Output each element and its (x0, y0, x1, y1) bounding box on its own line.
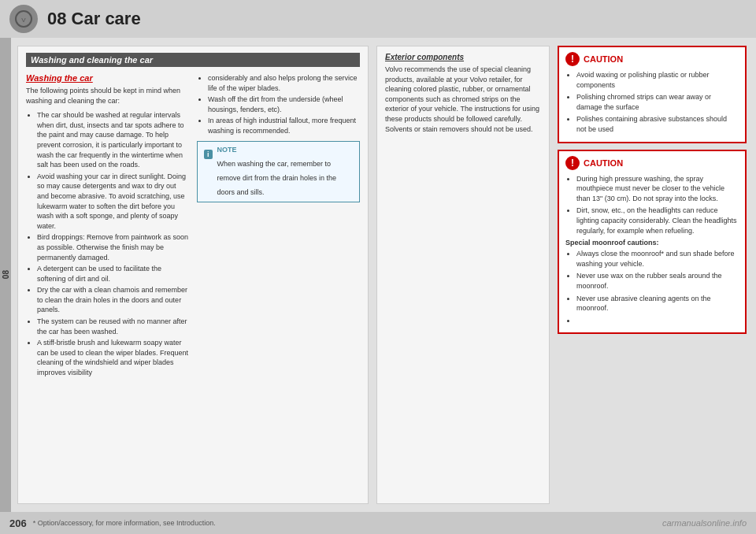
list-item: A stiff-bristle brush and lukewarm soapy… (37, 338, 189, 377)
list-item: Avoid waxing or polishing plastic or rub… (576, 70, 739, 90)
washing-title: Washing the car (26, 73, 189, 83)
svg-text:V: V (21, 17, 26, 24)
washing-section: Washing the car The following points sho… (26, 73, 360, 383)
list-item: Polishes containing abrasive substances … (576, 114, 739, 134)
list-item: Wash off the dirt from the underside (wh… (208, 95, 360, 114)
note-label: NOTE (217, 146, 353, 154)
page-footer: 206 * Option/accessory, for more informa… (0, 512, 756, 534)
list-item: Bird droppings: Remove from paintwork as… (37, 232, 189, 262)
caution-label-2: CAUTION (584, 158, 623, 168)
caution-box-2: ! CAUTION During high pressure washing, … (558, 150, 747, 335)
exterior-title: Exterior components (385, 53, 541, 61)
note-icon: i (204, 150, 213, 159)
washing-left-col: Washing the car The following points sho… (26, 73, 189, 383)
list-item: Never use wax on the rubber seals around… (576, 271, 739, 291)
caution-header-1: ! CAUTION (565, 52, 739, 66)
main-content: Washing and cleaning the car Washing the… (0, 38, 756, 512)
list-item: The car should be washed at regular inte… (37, 110, 189, 170)
moonroof-list: Always close the moonroof* and sun shade… (565, 249, 739, 325)
list-item: Dry the car with a clean chamois and rem… (37, 285, 189, 315)
chapter-number: 08 (2, 270, 10, 279)
washing-bullets: The car should be washed at regular inte… (26, 110, 189, 377)
list-item: Never use abrasive cleaning agents on th… (576, 294, 739, 313)
caution-icon-1: ! (565, 52, 580, 66)
list-item: Polishing chromed strips can wear away o… (576, 92, 739, 112)
right-panel: ! CAUTION Avoid waxing or polishing plas… (558, 46, 747, 504)
caution-list-1: Avoid waxing or polishing plastic or rub… (565, 70, 739, 135)
washing-right-col: considerably and also helps prolong the … (197, 73, 360, 383)
list-item: Always close the moonroof* and sun shade… (576, 249, 739, 269)
page-header: V 08 Car care (0, 0, 756, 38)
washing-right-bullets: considerably and also helps prolong the … (197, 73, 360, 136)
page-number: 206 (9, 517, 27, 529)
list-item: considerably and also helps prolong the … (208, 73, 360, 93)
list-item: The system can be reused with no manner … (37, 317, 189, 336)
center-panel: Exterior components Volvo recommends the… (376, 46, 550, 504)
list-item (576, 316, 739, 326)
note-text: When washing the car, remember to remove… (217, 160, 337, 196)
caution-icon-2: ! (565, 156, 580, 170)
chapter-sidebar: 08 (0, 38, 11, 512)
list-item: Avoid washing your car in direct sunligh… (37, 172, 189, 232)
caution-box-1: ! CAUTION Avoid waxing or polishing plas… (558, 46, 747, 143)
list-item: During high pressure washing, the spray … (576, 174, 739, 204)
section-header: Washing and cleaning the car (26, 53, 360, 67)
footer-left: 206 * Option/accessory, for more informa… (9, 517, 216, 529)
footer-asterisk-note: * Option/accessory, for more information… (33, 519, 216, 527)
exterior-text: Volvo recommends the use of special clea… (385, 65, 541, 134)
page-title: 08 Car care (47, 9, 141, 29)
washing-intro: The following points should be kept in m… (26, 86, 189, 106)
caution-label-1: CAUTION (584, 54, 623, 64)
special-moonroof-label: Special moonroof cautions: (565, 239, 739, 247)
caution-header-2: ! CAUTION (565, 156, 739, 170)
list-item: In areas of high industrial fallout, mor… (208, 116, 360, 135)
left-panel: Washing and cleaning the car Washing the… (17, 46, 369, 504)
list-item: A detergent can be used to facilitate th… (37, 264, 189, 284)
list-item: Dirt, snow, etc., on the headlights can … (576, 206, 739, 235)
volvo-logo: V (9, 5, 38, 33)
note-box: i NOTE When washing the car, remember to… (197, 141, 360, 202)
caution-list-2: During high pressure washing, the spray … (565, 174, 739, 236)
footer-watermark: carmanualsonline.info (662, 518, 747, 528)
